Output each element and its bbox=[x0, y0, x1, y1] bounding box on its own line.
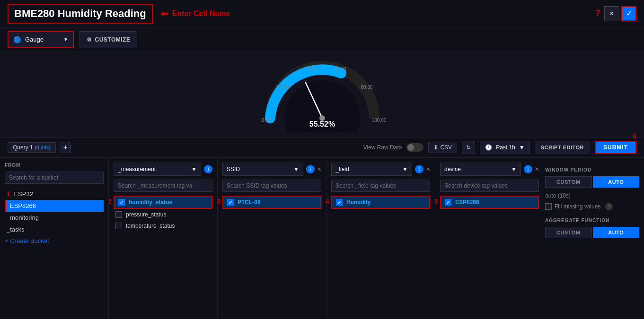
chevron-down-icon: ▼ bbox=[191, 166, 197, 172]
from-label: FROM bbox=[5, 163, 104, 168]
csv-button[interactable]: ⬇ CSV bbox=[428, 142, 457, 153]
checkbox[interactable] bbox=[336, 199, 343, 206]
gauge-icon: 🔵 bbox=[13, 36, 21, 43]
filters-area: _measurement ▼ 1 2 humidity_status press… bbox=[109, 158, 540, 319]
query-bar-right: View Raw Data ⬇ CSV ↻ 🕐 Past 1h ▼ SCRIPT… bbox=[363, 141, 636, 154]
header: BME280 Humidity Reading ⬅ Enter Cell Nam… bbox=[0, 0, 644, 27]
window-period-toggle-group: CUSTOM AUTO bbox=[545, 176, 639, 188]
list-item[interactable]: _tasks bbox=[5, 224, 104, 235]
filter-badge: 1 bbox=[204, 165, 212, 173]
toggle-knob bbox=[407, 144, 414, 151]
step7-label: 7 bbox=[595, 8, 600, 19]
window-custom-button[interactable]: CUSTOM bbox=[545, 176, 592, 188]
right-panel: WINDOW PERIOD CUSTOM AUTO auto (10s) Fil… bbox=[540, 158, 644, 319]
fill-missing-checkbox[interactable] bbox=[545, 203, 552, 210]
query-bar: Query 1 (0.44s) + View Raw Data ⬇ CSV ↻ … bbox=[0, 137, 644, 158]
filter-header: _measurement ▼ 1 bbox=[114, 163, 212, 176]
auto-value-label: auto (10s) bbox=[545, 191, 639, 200]
enter-cell-hint: ⬅ Enter Cell Name bbox=[160, 8, 230, 19]
list-item[interactable]: ESP8266 bbox=[5, 200, 104, 212]
gear-icon: ⚙ bbox=[87, 36, 92, 43]
aggregate-function-label: AGGREGATE FUNCTION bbox=[545, 218, 639, 223]
refresh-button[interactable]: ↻ bbox=[462, 141, 475, 154]
time-range-label: Past 1h bbox=[496, 144, 515, 151]
svg-text:40.00: 40.00 bbox=[304, 67, 316, 72]
checkbox[interactable] bbox=[118, 199, 125, 206]
filter-header: _field ▼ 1 × bbox=[331, 163, 430, 176]
filter-type-select[interactable]: device ▼ bbox=[440, 163, 521, 176]
ssid-search-input[interactable] bbox=[222, 180, 321, 192]
filter-type-select[interactable]: SSID ▼ bbox=[222, 163, 303, 176]
filter-item[interactable]: pressure_status bbox=[114, 209, 212, 220]
header-actions: 7 × ✓ bbox=[595, 6, 636, 21]
measurement-search-input[interactable] bbox=[114, 180, 212, 192]
chevron-down-icon: ▼ bbox=[519, 144, 525, 151]
list-item[interactable]: 1 ESP32 bbox=[5, 188, 104, 200]
cell-name-text: BME280 Humidity Reading bbox=[14, 8, 146, 19]
checkbox[interactable] bbox=[445, 199, 451, 206]
create-bucket-button[interactable]: + Create Bucket bbox=[5, 237, 104, 244]
filter-item[interactable]: Humidity bbox=[331, 196, 430, 209]
svg-text:80.00: 80.00 bbox=[361, 85, 372, 90]
chevron-down-icon: ▼ bbox=[511, 166, 517, 172]
filter-header: SSID ▼ 1 × bbox=[222, 163, 321, 176]
filter-item[interactable]: ESP8266 bbox=[440, 196, 539, 209]
aggregate-toggle-group: CUSTOM AUTO bbox=[545, 227, 639, 238]
step5-label: 5 bbox=[434, 198, 438, 205]
gauge-chart: 0.00 20.00 40.00 60.00 80.00 100.00 55.5… bbox=[256, 57, 388, 132]
list-item[interactable]: _monitoring bbox=[5, 212, 104, 224]
device-search-input[interactable] bbox=[440, 180, 539, 192]
close-button[interactable]: × bbox=[604, 6, 619, 21]
filter-close-icon[interactable]: × bbox=[535, 165, 539, 173]
cell-name-box[interactable]: BME280 Humidity Reading bbox=[8, 4, 153, 24]
filter-item[interactable]: humidity_status bbox=[114, 196, 212, 209]
agg-custom-button[interactable]: CUSTOM bbox=[545, 227, 592, 238]
filter-close-icon[interactable]: × bbox=[426, 165, 430, 173]
svg-text:60.00: 60.00 bbox=[334, 67, 346, 72]
checkbox[interactable] bbox=[227, 199, 234, 206]
script-editor-button[interactable]: SCRIPT EDITOR bbox=[535, 141, 590, 154]
svg-text:20.00: 20.00 bbox=[276, 85, 288, 90]
chevron-down-icon: ▼ bbox=[402, 166, 408, 172]
svg-text:100.00: 100.00 bbox=[371, 118, 386, 123]
time-range-select[interactable]: 🕐 Past 1h ▼ bbox=[480, 141, 530, 154]
filter-type-select[interactable]: _measurement ▼ bbox=[114, 163, 201, 176]
toolbar: 🔵 Gauge ▼ ⚙ CUSTOMIZE bbox=[0, 27, 644, 52]
filter-header: device ▼ 1 × bbox=[440, 163, 539, 176]
data-area: FROM 1 ESP32 ESP8266 _monitoring _tasks … bbox=[0, 158, 644, 319]
chevron-down-icon: ▼ bbox=[293, 166, 299, 172]
filter-close-icon[interactable]: × bbox=[318, 165, 321, 173]
step2-label: 2 bbox=[109, 198, 112, 205]
view-raw-toggle[interactable] bbox=[406, 143, 423, 152]
filter-item[interactable]: temperature_status bbox=[114, 220, 212, 232]
submit-button[interactable]: SUBMIT bbox=[595, 141, 636, 154]
filter-type-select[interactable]: _field ▼ bbox=[331, 163, 412, 176]
add-query-button[interactable]: + bbox=[60, 142, 71, 153]
query-time: (0.44s) bbox=[35, 145, 51, 150]
filter-item[interactable]: PTCL-08 bbox=[222, 196, 321, 209]
customize-button[interactable]: ⚙ CUSTOMIZE bbox=[79, 31, 137, 48]
window-auto-button[interactable]: AUTO bbox=[593, 176, 640, 188]
filter-panel-field: _field ▼ 1 × 4 Humidity bbox=[326, 158, 435, 319]
svg-text:55.52%: 55.52% bbox=[309, 120, 335, 128]
visualization-select[interactable]: 🔵 Gauge ▼ bbox=[8, 31, 74, 48]
clock-icon: 🕐 bbox=[485, 144, 492, 151]
field-search-input[interactable] bbox=[331, 180, 430, 192]
from-panel: FROM 1 ESP32 ESP8266 _monitoring _tasks … bbox=[0, 158, 109, 319]
filter-panel-ssid: SSID ▼ 1 × 3 PTCL-08 bbox=[218, 158, 326, 319]
bucket-search-input[interactable] bbox=[5, 172, 104, 184]
filter-badge: 1 bbox=[524, 165, 532, 173]
gauge-area: 0.00 20.00 40.00 60.00 80.00 100.00 55.5… bbox=[0, 52, 644, 137]
checkbox[interactable] bbox=[115, 211, 122, 218]
window-period-label: WINDOW PERIOD bbox=[545, 167, 639, 172]
query-label: Query 1 bbox=[13, 144, 33, 151]
checkbox[interactable] bbox=[115, 223, 122, 229]
help-icon[interactable]: ? bbox=[605, 203, 613, 210]
query-tag[interactable]: Query 1 (0.44s) bbox=[8, 142, 56, 153]
filter-badge: 1 bbox=[306, 165, 315, 173]
agg-auto-button[interactable]: AUTO bbox=[593, 227, 640, 238]
device-label: device bbox=[444, 166, 461, 172]
confirm-button[interactable]: ✓ bbox=[621, 6, 636, 21]
view-raw-label: View Raw Data bbox=[363, 144, 402, 151]
field-label: _field bbox=[335, 166, 349, 172]
